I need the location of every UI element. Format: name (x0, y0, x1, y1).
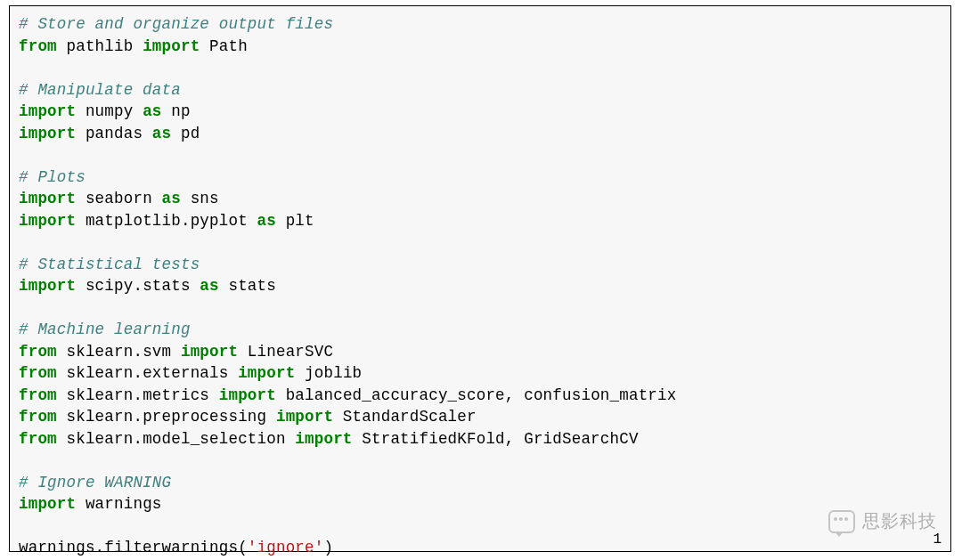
code-token: import (19, 277, 76, 295)
code-token: # Manipulate data (19, 81, 181, 99)
code-token: ) (323, 539, 333, 556)
code-token: import (143, 37, 200, 55)
code-token: as (143, 102, 161, 120)
code-token: import (295, 430, 352, 448)
code-token: Path (200, 37, 248, 55)
code-token: sklearn.model_selection (57, 430, 296, 448)
code-token: StandardScaler (333, 408, 477, 426)
code-cell: # Store and organize output files from p… (9, 5, 951, 552)
code-token: from (19, 430, 57, 448)
code-token: # Store and organize output files (19, 15, 333, 33)
code-token: pandas (76, 125, 152, 142)
code-token: StratifiedKFold, GridSearchCV (353, 430, 639, 448)
code-token: import (219, 386, 276, 404)
code-token: import (238, 364, 295, 382)
code-token: # Plots (19, 168, 86, 186)
code-token: import (19, 212, 76, 230)
code-token: sklearn.externals (57, 364, 238, 382)
code-token: LinearSVC (238, 343, 333, 361)
code-token: import (19, 102, 76, 120)
code-token: sklearn.svm (57, 343, 181, 361)
code-token: # Ignore WARNING (19, 474, 171, 491)
code-token: numpy (76, 102, 143, 120)
code-token: import (276, 408, 333, 426)
code-token: import (19, 495, 76, 513)
code-token: joblib (295, 364, 362, 382)
code-token: 'ignore' (248, 539, 324, 556)
code-token: import (19, 125, 76, 142)
code-token: sklearn.metrics (57, 386, 219, 404)
code-token: sns (181, 190, 219, 207)
code-content: # Store and organize output files from p… (19, 13, 942, 559)
code-token: from (19, 386, 57, 404)
code-token: from (19, 343, 57, 361)
code-token: as (152, 125, 171, 142)
code-token: np (162, 102, 191, 120)
code-token: sklearn.preprocessing (57, 408, 276, 426)
code-token: pathlib (57, 37, 143, 55)
code-token: import (19, 190, 76, 207)
code-token: matplotlib.pyplot (76, 212, 257, 230)
code-token: as (162, 190, 181, 207)
code-token: warnings (76, 495, 161, 513)
execution-count: 1 (933, 532, 942, 548)
code-token: # Statistical tests (19, 256, 200, 273)
code-token: # Machine learning (19, 321, 191, 338)
code-token: as (200, 277, 218, 295)
code-token: plt (276, 212, 314, 230)
code-token: from (19, 37, 57, 55)
code-token: warnings.filterwarnings( (19, 539, 248, 556)
code-token: as (257, 212, 276, 230)
code-token: stats (219, 277, 276, 295)
code-token: pd (171, 125, 200, 142)
code-token: import (181, 343, 238, 361)
code-token: seaborn (76, 190, 161, 207)
code-token: from (19, 408, 57, 426)
code-token: scipy.stats (76, 277, 200, 295)
code-token: balanced_accuracy_score, confusion_matri… (276, 386, 676, 404)
code-token: from (19, 364, 57, 382)
